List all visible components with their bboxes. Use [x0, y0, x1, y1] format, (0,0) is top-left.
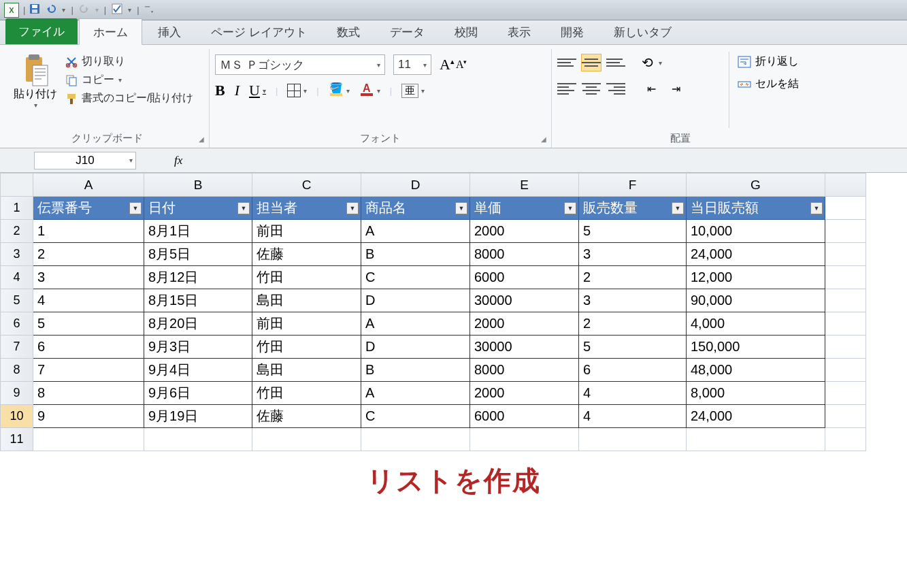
align-middle-button[interactable]	[582, 54, 601, 71]
cell[interactable]: 佐藤	[252, 243, 361, 266]
cell[interactable]: 島田	[252, 359, 361, 382]
copy-button[interactable]: コピー ▾	[65, 73, 193, 87]
clipboard-dialog-launcher-icon[interactable]: ◢	[197, 134, 206, 144]
align-center-button[interactable]	[582, 80, 601, 97]
cell[interactable]	[825, 220, 866, 243]
wrap-text-button[interactable]: 折り返し	[738, 54, 799, 69]
cell[interactable]: 佐藤	[252, 405, 361, 428]
cell[interactable]: 8月1日	[144, 220, 252, 243]
cell[interactable]: 9月3日	[144, 336, 252, 359]
cell[interactable]: 8	[33, 382, 144, 405]
qat-customize-icon[interactable]: ⎺▾	[145, 5, 154, 15]
cell[interactable]: 4	[579, 382, 687, 405]
undo-dropdown-icon[interactable]: ▾	[62, 6, 65, 14]
cell[interactable]: A	[361, 382, 470, 405]
filter-button[interactable]: ▼	[564, 202, 576, 214]
cell[interactable]: 8月20日	[144, 312, 252, 336]
cell[interactable]	[361, 428, 470, 451]
filter-button[interactable]: ▼	[672, 202, 684, 214]
cell[interactable]: D	[361, 289, 470, 312]
border-dropdown-icon[interactable]: ▾	[303, 87, 307, 95]
fx-icon[interactable]: fx	[174, 154, 182, 167]
copy-dropdown-icon[interactable]: ▾	[118, 76, 122, 84]
cell[interactable]	[825, 312, 866, 336]
cell[interactable]: 2	[579, 266, 687, 289]
cell[interactable]	[825, 382, 866, 405]
cell[interactable]: 8月5日	[144, 243, 252, 266]
cell[interactable]: 2	[33, 243, 144, 266]
cell[interactable]: 24,000	[687, 405, 825, 428]
name-box[interactable]: J10 ▾	[34, 152, 136, 169]
border-button[interactable]: ▾	[287, 84, 307, 97]
tab-developer[interactable]: 開発	[546, 18, 598, 44]
orientation-dropdown-icon[interactable]: ▾	[659, 59, 662, 67]
font-color-dropdown-icon[interactable]: ▾	[377, 87, 380, 95]
tab-page-layout[interactable]: ページ レイアウト	[197, 18, 321, 44]
cell[interactable]: 4,000	[687, 312, 825, 336]
cell[interactable]: C	[361, 266, 470, 289]
font-name-dropdown-icon[interactable]: ▾	[377, 61, 380, 69]
underline-dropdown-icon[interactable]: ▾	[263, 87, 266, 95]
align-top-button[interactable]	[557, 54, 576, 71]
increase-indent-button[interactable]: ⇥	[666, 80, 685, 97]
underline-button[interactable]: U ▾	[249, 82, 266, 99]
font-name-combo[interactable]: ＭＳ Ｐゴシック ▾	[215, 54, 385, 75]
cell[interactable]: 8000	[470, 359, 579, 382]
cell[interactable]: 90,000	[687, 289, 825, 312]
col-header-F[interactable]: F	[579, 174, 687, 197]
cell[interactable]	[825, 336, 866, 359]
phonetic-guide-button[interactable]: 亜 ▾	[401, 84, 425, 98]
cell[interactable]: D	[361, 336, 470, 359]
save-icon[interactable]	[29, 3, 40, 16]
cell[interactable]: 4	[579, 405, 687, 428]
row-header-10[interactable]: 10	[1, 405, 33, 428]
cell[interactable]	[825, 197, 866, 220]
row-header-4[interactable]: 4	[1, 266, 33, 289]
col-header-C[interactable]: C	[252, 174, 361, 197]
tab-formulas[interactable]: 数式	[323, 18, 374, 44]
cell[interactable]: 竹田	[252, 336, 361, 359]
align-bottom-button[interactable]	[606, 54, 625, 71]
fill-color-button[interactable]: 🪣 ▾	[329, 84, 350, 97]
cell[interactable]	[825, 359, 866, 382]
cell[interactable]: 前田	[252, 220, 361, 243]
formula-input[interactable]	[193, 152, 907, 169]
undo-icon[interactable]	[46, 3, 56, 16]
row-header-2[interactable]: 2	[1, 220, 33, 243]
cell[interactable]: 8,000	[687, 382, 825, 405]
name-box-dropdown-icon[interactable]: ▾	[129, 157, 133, 164]
cell[interactable]: 9月6日	[144, 382, 252, 405]
filter-button[interactable]: ▼	[455, 202, 467, 214]
row-header-5[interactable]: 5	[1, 289, 33, 312]
tab-file[interactable]: ファイル	[5, 18, 78, 44]
cell[interactable]	[687, 428, 825, 451]
cell[interactable]	[825, 405, 866, 428]
filter-button[interactable]: ▼	[346, 202, 359, 214]
cell[interactable]: 30000	[470, 336, 579, 359]
cell[interactable]: 2000	[470, 312, 579, 336]
paste-button[interactable]: 貼り付け ▾	[11, 52, 60, 128]
col-header-extra[interactable]	[825, 174, 866, 197]
row-header-1[interactable]: 1	[1, 197, 33, 220]
cell[interactable]: 竹田	[252, 382, 361, 405]
cell[interactable]	[579, 428, 687, 451]
cell[interactable]	[33, 428, 144, 451]
ruby-dropdown-icon[interactable]: ▾	[421, 87, 425, 95]
tab-view[interactable]: 表示	[493, 18, 545, 44]
cell[interactable]	[825, 428, 866, 451]
cell[interactable]: 3	[579, 289, 687, 312]
cell[interactable]: 12,000	[687, 266, 825, 289]
filter-button[interactable]: ▼	[237, 202, 250, 214]
cell[interactable]: 2000	[470, 382, 579, 405]
cell[interactable]: A	[361, 312, 470, 336]
cell[interactable]: 9月19日	[144, 405, 252, 428]
cell[interactable]: 3	[33, 266, 144, 289]
row-header-3[interactable]: 3	[1, 243, 33, 266]
tab-data[interactable]: データ	[376, 18, 439, 44]
format-painter-button[interactable]: 書式のコピー/貼り付け	[65, 91, 193, 105]
col-header-D[interactable]: D	[361, 174, 470, 197]
align-right-button[interactable]	[606, 80, 625, 97]
row-header-8[interactable]: 8	[1, 359, 33, 382]
font-size-combo[interactable]: 11 ▾	[393, 54, 431, 75]
cell[interactable]: 10,000	[687, 220, 825, 243]
